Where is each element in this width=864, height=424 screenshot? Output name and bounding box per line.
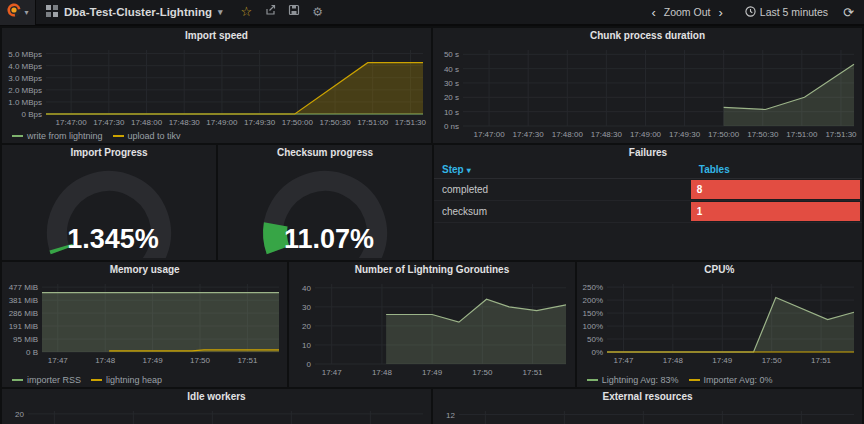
svg-text:200%: 200%: [582, 296, 602, 305]
shift-time-forward-icon[interactable]: ›: [715, 5, 725, 20]
svg-text:17:51:30: 17:51:30: [825, 130, 857, 139]
legend-swatch: [12, 135, 23, 137]
legend-swatch: [113, 135, 124, 137]
tables-cell: 1: [691, 201, 862, 223]
table-row: checksum1: [434, 201, 862, 223]
cpu-legend[interactable]: Lightning Avg: 83%Importer Avg: 0%: [587, 375, 783, 385]
time-range-picker[interactable]: Last 5 minutes: [745, 6, 828, 19]
import-speed-legend[interactable]: write from lightningupload to tikv: [12, 131, 191, 141]
svg-text:17:48:30: 17:48:30: [169, 118, 201, 127]
time-controls: ‹ Zoom Out › Last 5 minutes ⟳: [648, 5, 864, 20]
svg-text:17:48:30: 17:48:30: [591, 130, 623, 139]
svg-text:17:50:00: 17:50:00: [282, 118, 314, 127]
svg-text:0 Bps: 0 Bps: [22, 110, 42, 119]
star-icon[interactable]: ☆: [235, 0, 259, 25]
svg-text:1.345%: 1.345%: [67, 224, 159, 254]
dashboard-title-button[interactable]: Dba-Test-Cluster-Lightning ▾: [36, 0, 235, 25]
panel-title[interactable]: CPU%: [577, 262, 862, 278]
panel-title[interactable]: Memory usage: [2, 262, 287, 278]
svg-text:20: 20: [302, 322, 311, 331]
svg-text:17:47:00: 17:47:00: [56, 118, 88, 127]
logo-caret-icon: ▾: [24, 8, 28, 17]
shift-time-back-icon[interactable]: ‹: [648, 5, 658, 20]
svg-text:17:51:30: 17:51:30: [395, 118, 427, 127]
panel-title[interactable]: Idle workers: [2, 389, 431, 405]
zoom-out-button[interactable]: Zoom Out: [664, 6, 711, 18]
time-range-label: Last 5 minutes: [760, 6, 828, 18]
svg-text:17:51: 17:51: [811, 356, 832, 365]
save-icon[interactable]: [282, 0, 306, 25]
legend-label[interactable]: write from lightning: [27, 131, 103, 141]
panel-title[interactable]: Import Progress: [2, 145, 216, 161]
chunk-process-duration-chart[interactable]: 17:47:0017:47:3017:48:0017:48:3017:49:00…: [433, 44, 862, 140]
panel-title[interactable]: External resources: [433, 389, 862, 405]
svg-text:17:47: 17:47: [322, 368, 343, 377]
svg-text:17:49:30: 17:49:30: [244, 118, 276, 127]
panel-title[interactable]: Checksum progress: [218, 145, 432, 161]
legend-label[interactable]: lightning heap: [106, 375, 162, 385]
svg-text:5.0 MBps: 5.0 MBps: [8, 50, 42, 59]
svg-text:17:49:00: 17:49:00: [206, 118, 238, 127]
legend-label[interactable]: Importer Avg: 0%: [704, 375, 773, 385]
legend-label[interactable]: upload to tikv: [128, 131, 181, 141]
svg-text:17:48:00: 17:48:00: [552, 130, 584, 139]
svg-text:17:50:30: 17:50:30: [319, 118, 351, 127]
svg-text:381 MiB: 381 MiB: [9, 296, 38, 305]
svg-text:17:49: 17:49: [712, 356, 733, 365]
external-resources-chart[interactable]: 17:4717:4817:4917:5017:51024681012: [433, 405, 862, 424]
refresh-icon[interactable]: ⟳: [843, 5, 854, 20]
memory-usage-chart[interactable]: 17:4717:4817:4917:5017:510 B95 MiB191 Mi…: [2, 278, 287, 366]
legend-swatch: [12, 379, 23, 381]
svg-text:12: 12: [446, 411, 455, 420]
panel-title[interactable]: Chunk process duration: [433, 28, 862, 44]
svg-text:20 s: 20 s: [444, 93, 459, 102]
svg-text:30: 30: [302, 303, 311, 312]
failures-table: Step▾ Tables completed8checksum1: [434, 161, 862, 223]
panel-title[interactable]: Failures: [434, 145, 862, 161]
svg-text:286 MiB: 286 MiB: [9, 309, 38, 318]
panel-failures: Failures Step▾ Tables completed8checksum…: [434, 145, 862, 260]
settings-gear-icon[interactable]: ⚙: [306, 0, 329, 25]
goroutines-chart[interactable]: 17:4717:4817:4917:5017:51010203040: [289, 278, 574, 378]
grafana-logo[interactable]: ▾: [0, 0, 36, 25]
svg-text:3.0 MBps: 3.0 MBps: [8, 74, 42, 83]
svg-text:2.0 MBps: 2.0 MBps: [8, 86, 42, 95]
svg-text:17:50: 17:50: [761, 356, 782, 365]
panel-import-progress: Import Progress 1.345%: [2, 145, 216, 260]
panel-idle-workers: Idle workers 17:4717:4817:4917:5017:5105…: [2, 389, 431, 424]
panel-title[interactable]: Import speed: [2, 28, 431, 44]
svg-text:17:51: 17:51: [523, 368, 544, 377]
import-progress-gauge: 1.345%: [2, 161, 216, 258]
tables-value-badge: 8: [691, 180, 860, 199]
svg-text:17:47:30: 17:47:30: [93, 118, 125, 127]
column-header-step[interactable]: Step▾: [434, 161, 691, 179]
dashboard-grid: Import speed 17:47:0017:47:3017:48:0017:…: [0, 26, 864, 424]
cpu-chart[interactable]: 17:4717:4817:4917:5017:510%50%100%150%20…: [577, 278, 862, 366]
checksum-progress-gauge: 11.07%: [218, 161, 432, 258]
svg-text:0: 0: [307, 360, 312, 369]
tables-cell: 8: [691, 179, 862, 201]
legend-swatch: [689, 379, 700, 381]
row-1: Import speed 17:47:0017:47:3017:48:0017:…: [2, 28, 862, 143]
idle-workers-chart[interactable]: 17:4717:4817:4917:5017:5105101520: [2, 405, 431, 424]
panel-memory-usage: Memory usage 17:4717:4817:4917:5017:510 …: [2, 262, 287, 387]
panel-title[interactable]: Number of Lightning Goroutines: [289, 262, 574, 278]
svg-text:17:50: 17:50: [190, 356, 211, 365]
svg-text:17:48:00: 17:48:00: [131, 118, 163, 127]
share-icon[interactable]: [258, 0, 282, 25]
dashboard-title: Dba-Test-Cluster-Lightning: [64, 6, 212, 18]
svg-text:40: 40: [302, 284, 311, 293]
failures-tbody: completed8checksum1: [434, 179, 862, 223]
column-header-tables[interactable]: Tables: [691, 161, 862, 179]
legend-label[interactable]: importer RSS: [27, 375, 81, 385]
svg-text:11.07%: 11.07%: [284, 224, 374, 254]
legend-label[interactable]: Lightning Avg: 83%: [602, 375, 679, 385]
row-4: Idle workers 17:4717:4817:4917:5017:5105…: [2, 389, 862, 424]
svg-text:17:47:30: 17:47:30: [513, 130, 545, 139]
svg-text:17:51: 17:51: [237, 356, 258, 365]
svg-text:17:49: 17:49: [143, 356, 164, 365]
svg-text:150%: 150%: [582, 309, 602, 318]
svg-text:17:50:00: 17:50:00: [708, 130, 740, 139]
import-speed-chart[interactable]: 17:47:0017:47:3017:48:0017:48:3017:49:00…: [2, 44, 431, 128]
memory-usage-legend[interactable]: importer RSSlightning heap: [12, 375, 172, 385]
